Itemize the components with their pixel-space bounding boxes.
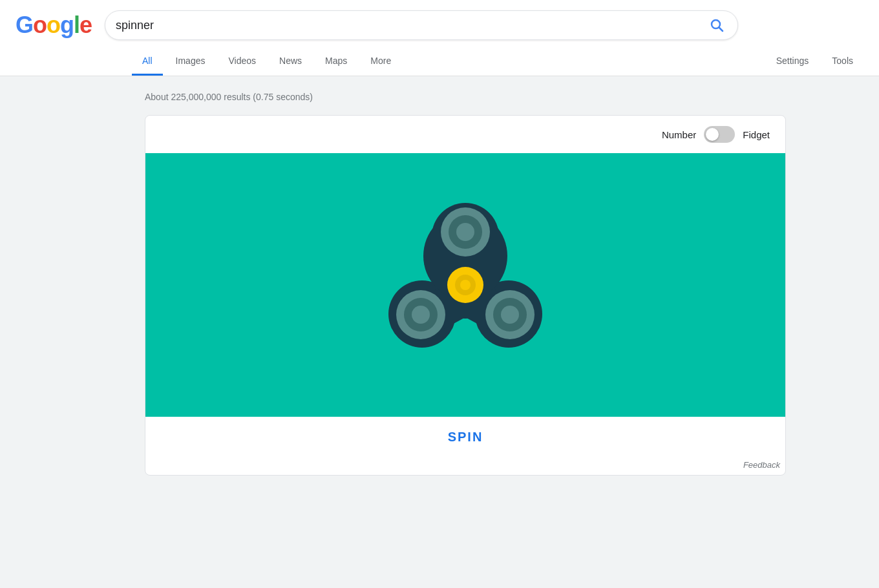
- header-top: Google spinner: [16, 10, 863, 40]
- toggle-number-label: Number: [662, 129, 696, 140]
- tab-images[interactable]: Images: [165, 48, 216, 76]
- feedback-link[interactable]: Feedback: [743, 460, 780, 470]
- logo-e: e: [79, 12, 92, 38]
- logo-g: G: [16, 12, 33, 38]
- svg-point-16: [501, 306, 519, 324]
- search-icon: [709, 17, 725, 33]
- logo-l: l: [74, 12, 79, 38]
- tab-more[interactable]: More: [360, 48, 401, 76]
- search-button[interactable]: [706, 17, 727, 33]
- logo-g2: g: [60, 12, 74, 38]
- nav-right: Settings Tools: [766, 48, 863, 76]
- fidget-spinner-svg: [355, 175, 575, 395]
- toggle-fidget-label: Fidget: [743, 129, 770, 140]
- header: Google spinner All Images Videos News Ma…: [0, 0, 879, 76]
- logo-o2: o: [47, 12, 60, 38]
- spinner-card: Number Fidget: [145, 115, 786, 476]
- tab-all[interactable]: All: [132, 48, 163, 76]
- svg-point-13: [412, 306, 430, 324]
- nav-tabs: All Images Videos News Maps More Setting…: [16, 48, 863, 76]
- tab-tools[interactable]: Tools: [821, 48, 863, 76]
- spin-button-area: SPIN: [145, 417, 785, 457]
- search-bar: spinner: [105, 10, 738, 40]
- svg-point-10: [456, 223, 474, 241]
- tab-videos[interactable]: Videos: [218, 48, 266, 76]
- logo-o1: o: [33, 12, 47, 38]
- results-info: About 225,000,000 results (0.75 seconds): [145, 87, 863, 102]
- spinner-area[interactable]: [145, 153, 785, 417]
- card-top: Number Fidget: [145, 116, 785, 153]
- main-content: About 225,000,000 results (0.75 seconds)…: [0, 76, 879, 491]
- google-logo: Google: [16, 12, 92, 39]
- feedback-area: Feedback: [145, 457, 785, 475]
- tab-maps[interactable]: Maps: [315, 48, 357, 76]
- svg-point-19: [460, 280, 471, 290]
- svg-line-1: [719, 28, 723, 32]
- tab-news[interactable]: News: [269, 48, 312, 76]
- toggle-switch[interactable]: [704, 126, 735, 143]
- spin-button[interactable]: SPIN: [448, 430, 483, 445]
- search-input[interactable]: spinner: [116, 19, 706, 32]
- tab-settings[interactable]: Settings: [766, 48, 820, 76]
